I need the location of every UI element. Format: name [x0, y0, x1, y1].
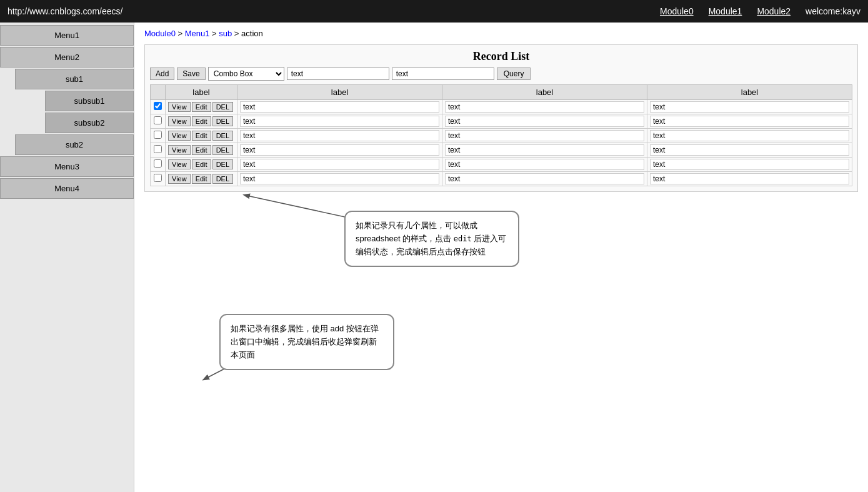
- row-input-2[interactable]: [445, 144, 644, 156]
- row-del-button[interactable]: DEL: [212, 131, 233, 141]
- sidebar-item-menu4[interactable]: Menu4: [0, 178, 134, 199]
- row-cell-3: [647, 100, 852, 114]
- row-actions-cell: ViewEditDEL: [166, 129, 237, 143]
- sidebar-item-subsub2[interactable]: subsub2: [45, 113, 134, 133]
- row-input-1[interactable]: [240, 173, 439, 184]
- row-edit-button[interactable]: Edit: [192, 145, 211, 155]
- row-checkbox[interactable]: [154, 174, 162, 182]
- main-content: Module0 > Menu1 > sub > action Record Li…: [134, 23, 868, 492]
- add-button[interactable]: Add: [150, 68, 174, 80]
- combo-box-wrapper: Combo Box Option1 Option2: [208, 67, 284, 81]
- row-checkbox[interactable]: [154, 145, 162, 153]
- row-actions-cell: ViewEditDEL: [166, 100, 237, 114]
- row-edit-button[interactable]: Edit: [192, 131, 211, 141]
- row-input-3[interactable]: [650, 116, 849, 127]
- callout-spreadsheet: 如果记录只有几个属性，可以做成 spreadsheet 的样式，点击 edit …: [344, 211, 519, 267]
- col-label-4-header: label: [647, 85, 852, 100]
- nav-links: Module0 Module1 Module2: [660, 6, 791, 16]
- row-input-3[interactable]: [650, 101, 849, 113]
- row-checkbox[interactable]: [154, 102, 162, 110]
- table-row: ViewEditDEL: [151, 172, 852, 186]
- row-view-button[interactable]: View: [168, 102, 191, 112]
- row-input-2[interactable]: [445, 130, 644, 141]
- breadcrumb-module0[interactable]: Module0: [144, 29, 176, 38]
- combo-box[interactable]: Combo Box Option1 Option2: [209, 68, 284, 80]
- sidebar-item-subsub1[interactable]: subsub1: [45, 91, 134, 111]
- row-input-2[interactable]: [445, 101, 644, 113]
- row-del-button[interactable]: DEL: [212, 102, 233, 112]
- row-input-3[interactable]: [650, 144, 849, 156]
- search-input-2[interactable]: [392, 68, 494, 80]
- row-checkbox-cell: [151, 129, 166, 143]
- breadcrumb-action: action: [241, 29, 263, 38]
- row-cell-2: [442, 143, 647, 158]
- row-input-2[interactable]: [445, 159, 644, 170]
- row-input-1[interactable]: [240, 116, 439, 127]
- sidebar-item-menu2[interactable]: Menu2: [0, 47, 134, 68]
- row-del-button[interactable]: DEL: [212, 174, 233, 184]
- row-checkbox[interactable]: [154, 116, 162, 124]
- row-view-button[interactable]: View: [168, 145, 191, 155]
- row-input-2[interactable]: [445, 116, 644, 127]
- row-input-3[interactable]: [650, 173, 849, 184]
- save-button[interactable]: Save: [177, 68, 205, 80]
- row-cell-2: [442, 114, 647, 129]
- row-view-button[interactable]: View: [168, 159, 191, 169]
- row-view-button[interactable]: View: [168, 131, 191, 141]
- row-checkbox[interactable]: [154, 159, 162, 168]
- row-edit-button[interactable]: Edit: [192, 174, 211, 184]
- breadcrumb-menu1[interactable]: Menu1: [185, 29, 210, 38]
- row-actions-cell: ViewEditDEL: [166, 143, 237, 158]
- row-del-button[interactable]: DEL: [212, 116, 233, 126]
- row-view-button[interactable]: View: [168, 116, 191, 126]
- row-cell-3: [647, 143, 852, 158]
- table-row: ViewEditDEL: [151, 158, 852, 172]
- row-input-1[interactable]: [240, 159, 439, 170]
- module2-link[interactable]: Module2: [757, 6, 791, 16]
- row-checkbox-cell: [151, 100, 166, 114]
- sidebar: Menu1 Menu2 sub1 subsub1 subsub2 sub2 Me…: [0, 23, 134, 492]
- breadcrumb-sub[interactable]: sub: [219, 29, 232, 38]
- table-row: ViewEditDEL: [151, 114, 852, 129]
- search-input-1[interactable]: [287, 68, 389, 80]
- module0-link[interactable]: Module0: [660, 6, 694, 16]
- row-edit-button[interactable]: Edit: [192, 116, 211, 126]
- sidebar-item-menu3[interactable]: Menu3: [0, 156, 134, 177]
- row-input-3[interactable]: [650, 130, 849, 141]
- col-checkbox-header: [151, 85, 166, 100]
- row-input-3[interactable]: [650, 159, 849, 170]
- sidebar-item-sub1[interactable]: sub1: [15, 69, 134, 89]
- sidebar-item-sub2[interactable]: sub2: [15, 134, 134, 155]
- row-input-1[interactable]: [240, 144, 439, 156]
- row-checkbox-cell: [151, 158, 166, 172]
- row-input-1[interactable]: [240, 101, 439, 113]
- table-row: ViewEditDEL: [151, 143, 852, 158]
- row-input-2[interactable]: [445, 173, 644, 184]
- row-view-button[interactable]: View: [168, 174, 191, 184]
- row-input-1[interactable]: [240, 130, 439, 141]
- module1-link[interactable]: Module1: [709, 6, 742, 16]
- row-cell-1: [237, 158, 442, 172]
- col-label-2-header: label: [237, 85, 442, 100]
- record-list-title: Record List: [150, 50, 852, 63]
- row-cell-2: [442, 158, 647, 172]
- row-cell-1: [237, 100, 442, 114]
- row-edit-button[interactable]: Edit: [192, 159, 211, 169]
- breadcrumb: Module0 > Menu1 > sub > action: [144, 29, 858, 38]
- row-cell-1: [237, 143, 442, 158]
- toolbar: Add Save Combo Box Option1 Option2 Query: [150, 67, 852, 81]
- query-button[interactable]: Query: [497, 68, 531, 80]
- row-edit-button[interactable]: Edit: [192, 102, 211, 112]
- row-cell-2: [442, 100, 647, 114]
- row-del-button[interactable]: DEL: [212, 159, 233, 169]
- sidebar-item-menu1[interactable]: Menu1: [0, 25, 134, 46]
- row-cell-3: [647, 114, 852, 129]
- col-label-1-header: label: [166, 85, 237, 100]
- record-table: label label label label ViewEditDELViewE…: [150, 84, 852, 186]
- row-cell-3: [647, 158, 852, 172]
- row-del-button[interactable]: DEL: [212, 145, 233, 155]
- col-label-3-header: label: [442, 85, 647, 100]
- row-checkbox[interactable]: [154, 131, 162, 139]
- callout-spreadsheet-text: 如果记录只有几个属性，可以做成 spreadsheet 的样式，点击 edit …: [356, 221, 506, 256]
- row-cell-2: [442, 129, 647, 143]
